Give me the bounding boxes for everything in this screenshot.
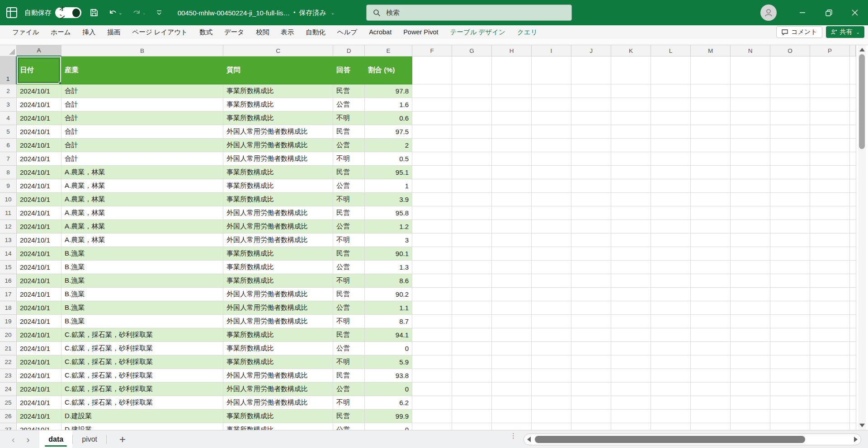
- cell-value[interactable]: 3: [365, 233, 412, 247]
- cell-industry[interactable]: A.農業，林業: [61, 206, 223, 220]
- empty-cell[interactable]: [571, 423, 611, 430]
- row-header-20[interactable]: 20: [0, 328, 17, 342]
- empty-cell[interactable]: [731, 383, 770, 396]
- empty-cell[interactable]: [810, 315, 850, 328]
- cell-industry[interactable]: B.漁業: [61, 247, 223, 261]
- ribbon-tab-クエリ[interactable]: クエリ: [511, 26, 543, 38]
- empty-cell[interactable]: [611, 84, 651, 98]
- cell-industry[interactable]: B.漁業: [61, 288, 223, 301]
- empty-cell[interactable]: [611, 152, 651, 166]
- cell-question[interactable]: 事業所数構成比: [223, 84, 333, 98]
- empty-cell[interactable]: [850, 328, 856, 342]
- empty-cell[interactable]: [492, 274, 532, 288]
- empty-cell[interactable]: [412, 301, 452, 315]
- empty-cell[interactable]: [691, 410, 731, 423]
- cell-date[interactable]: 2024/10/1: [17, 369, 61, 383]
- empty-cell[interactable]: [850, 342, 856, 355]
- empty-cell[interactable]: [492, 220, 532, 233]
- cell-date[interactable]: 2024/10/1: [17, 233, 61, 247]
- empty-cell[interactable]: [611, 274, 651, 288]
- empty-cell[interactable]: [492, 410, 532, 423]
- empty-cell[interactable]: [452, 206, 492, 220]
- empty-cell[interactable]: [810, 247, 850, 261]
- empty-cell[interactable]: [850, 152, 856, 166]
- cell-industry[interactable]: A.農業，林業: [61, 193, 223, 206]
- cell-date[interactable]: 2024/10/1: [17, 315, 61, 328]
- column-header-D[interactable]: D: [333, 45, 365, 56]
- cell-question[interactable]: 事業所数構成比: [223, 410, 333, 423]
- empty-cell[interactable]: [731, 125, 770, 139]
- empty-cell[interactable]: [651, 98, 691, 112]
- empty-cell[interactable]: [731, 179, 770, 193]
- cell-industry[interactable]: A.農業，林業: [61, 233, 223, 247]
- cell-industry[interactable]: C.鉱業，採石業，砂利採取業: [61, 396, 223, 410]
- empty-cell[interactable]: [571, 369, 611, 383]
- empty-cell[interactable]: [770, 355, 810, 369]
- cell-industry[interactable]: C.鉱業，採石業，砂利採取業: [61, 342, 223, 355]
- empty-cell[interactable]: [571, 139, 611, 152]
- empty-cell[interactable]: [691, 261, 731, 274]
- ribbon-tab-挿入[interactable]: 挿入: [77, 26, 102, 38]
- empty-cell[interactable]: [532, 220, 571, 233]
- empty-cell[interactable]: [492, 193, 532, 206]
- cell-date[interactable]: 2024/10/1: [17, 247, 61, 261]
- ribbon-tab-表示[interactable]: 表示: [275, 26, 300, 38]
- empty-cell[interactable]: [731, 247, 770, 261]
- cell-question[interactable]: 事業所数構成比: [223, 98, 333, 112]
- empty-cell[interactable]: [532, 125, 571, 139]
- cell-industry[interactable]: 合計: [61, 139, 223, 152]
- empty-cell[interactable]: [850, 139, 856, 152]
- cell-value[interactable]: 99.9: [365, 410, 412, 423]
- empty-cell[interactable]: [452, 152, 492, 166]
- empty-cell[interactable]: [412, 166, 452, 179]
- empty-cell[interactable]: [571, 220, 611, 233]
- cell-value[interactable]: 2: [365, 139, 412, 152]
- empty-cell[interactable]: [651, 396, 691, 410]
- empty-cell[interactable]: [412, 288, 452, 301]
- scroll-up-arrow[interactable]: [858, 46, 866, 53]
- cell-answer[interactable]: 民営: [333, 410, 365, 423]
- empty-cell[interactable]: [611, 355, 651, 369]
- cell-date[interactable]: 2024/10/1: [17, 261, 61, 274]
- empty-cell[interactable]: [731, 342, 770, 355]
- empty-cell[interactable]: [532, 342, 571, 355]
- empty-cell[interactable]: [850, 301, 856, 315]
- empty-cell[interactable]: [452, 179, 492, 193]
- empty-cell[interactable]: [731, 233, 770, 247]
- empty-cell[interactable]: [452, 233, 492, 247]
- empty-cell[interactable]: [532, 84, 571, 98]
- empty-cell[interactable]: [532, 98, 571, 112]
- empty-cell[interactable]: [492, 112, 532, 125]
- empty-cell[interactable]: [532, 247, 571, 261]
- comments-button[interactable]: コメント: [776, 26, 822, 38]
- empty-cell[interactable]: [770, 206, 810, 220]
- vertical-scrollbar-thumb[interactable]: [859, 54, 865, 149]
- empty-cell[interactable]: [691, 383, 731, 396]
- cell-value[interactable]: 0.6: [365, 112, 412, 125]
- empty-cell[interactable]: [571, 315, 611, 328]
- empty-cell[interactable]: [532, 301, 571, 315]
- empty-cell[interactable]: [810, 342, 850, 355]
- cell-date[interactable]: 2024/10/1: [17, 342, 61, 355]
- column-header-L[interactable]: L: [651, 45, 691, 56]
- cell-question[interactable]: 外国人常用労働者数構成比: [223, 396, 333, 410]
- empty-cell[interactable]: [492, 301, 532, 315]
- empty-cell[interactable]: [651, 423, 691, 430]
- empty-cell[interactable]: [452, 220, 492, 233]
- horizontal-scrollbar-thumb[interactable]: [535, 436, 805, 443]
- empty-cell[interactable]: [770, 383, 810, 396]
- cell-answer[interactable]: 公営: [333, 301, 365, 315]
- empty-cell[interactable]: [810, 220, 850, 233]
- cell-industry[interactable]: B.漁業: [61, 315, 223, 328]
- cell-answer[interactable]: 民営: [333, 247, 365, 261]
- scroll-left-arrow[interactable]: [524, 437, 534, 442]
- empty-cell[interactable]: [770, 193, 810, 206]
- empty-cell[interactable]: [412, 220, 452, 233]
- empty-cell[interactable]: [611, 139, 651, 152]
- empty-cell[interactable]: [492, 261, 532, 274]
- cell-date[interactable]: 2024/10/1: [17, 125, 61, 139]
- empty-cell[interactable]: [412, 396, 452, 410]
- empty-cell[interactable]: [651, 152, 691, 166]
- column-header-B[interactable]: B: [61, 45, 223, 56]
- empty-cell[interactable]: [571, 288, 611, 301]
